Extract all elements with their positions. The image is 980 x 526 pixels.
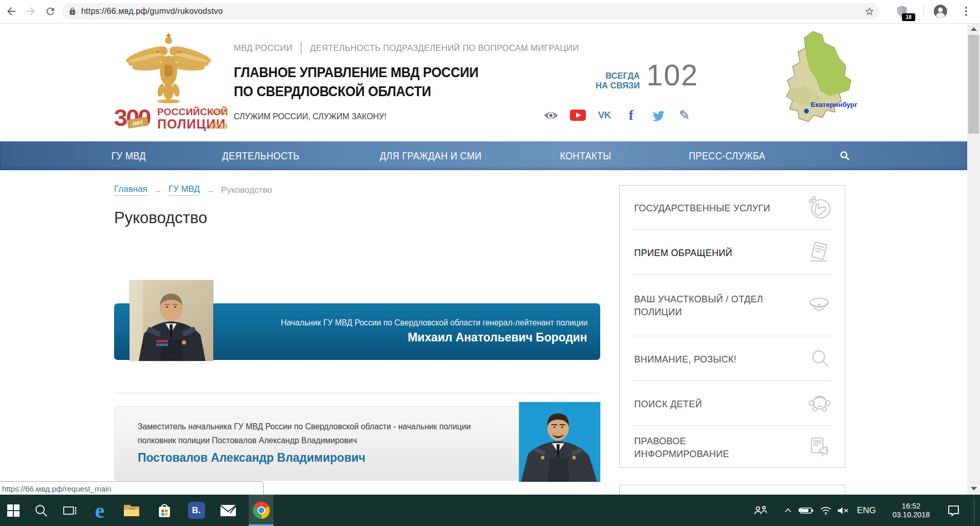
header-top-links: МВД РОССИИ ДЕЯТЕЛЬНОСТЬ ПОДРАЗДЕЛЕНИЙ ПО… bbox=[234, 42, 579, 53]
volume-tray-button[interactable] bbox=[834, 495, 852, 526]
sidebar-item-priem-obrashcheniy[interactable]: ПРИЕМ ОБРАЩЕНИЙ bbox=[620, 230, 845, 275]
back-button[interactable] bbox=[4, 4, 19, 19]
action-center-button[interactable] bbox=[942, 495, 964, 526]
child-face-icon bbox=[807, 392, 833, 415]
nav-item-contacts[interactable]: КОНТАКТЫ bbox=[560, 150, 612, 162]
leader-photo-borodin[interactable] bbox=[130, 280, 213, 361]
leader-position: Начальник ГУ МВД России по Свердловской … bbox=[281, 318, 587, 328]
clock-tray[interactable]: 16:52 03.10.2018 bbox=[883, 495, 939, 526]
page-title: Руководство bbox=[114, 209, 207, 227]
hand-services-icon bbox=[807, 195, 833, 221]
blog-pencil-icon[interactable]: ✎ bbox=[676, 108, 693, 122]
people-icon bbox=[754, 505, 768, 516]
link-mvd-russia[interactable]: МВД РОССИИ bbox=[234, 43, 292, 53]
profile-button[interactable] bbox=[933, 4, 948, 19]
legal-info-icon bbox=[807, 435, 833, 460]
page-scrollbar[interactable] bbox=[967, 23, 980, 495]
hotline-label-line2: НА СВЯЗИ bbox=[576, 81, 640, 90]
scrollbar-thumb[interactable] bbox=[968, 35, 979, 134]
kebab-menu-icon bbox=[965, 7, 967, 16]
taskbar-search-button[interactable] bbox=[29, 495, 53, 526]
breadcrumb: Главная → ГУ МВД → Руководство bbox=[114, 184, 272, 196]
sidebar-item-gosuslugi[interactable]: ГОСУДАРСТВЕННЫЕ УСЛУГИ bbox=[620, 186, 845, 230]
show-desktop-divider[interactable] bbox=[974, 498, 974, 523]
appeal-document-icon bbox=[807, 240, 833, 265]
sidebar-item-label[interactable]: ВНИМАНИЕ, РОЗЫСК! bbox=[634, 352, 781, 365]
reload-button[interactable] bbox=[43, 4, 58, 19]
leader-name[interactable]: Михаил Анатольевич Бородин bbox=[408, 330, 587, 344]
facebook-icon[interactable]: f bbox=[623, 108, 639, 122]
sidebar-item-poisk-detey[interactable]: ПОИСК ДЕТЕЙ bbox=[620, 381, 845, 426]
file-explorer-button[interactable] bbox=[119, 495, 144, 526]
police-300-years-logo: 300 лет РОССИЙСКОЙ ПОЛИЦИИ 1718 2018 bbox=[114, 104, 225, 137]
forward-arrow-icon bbox=[25, 5, 37, 17]
youtube-icon[interactable] bbox=[569, 108, 586, 122]
breadcrumb-current: Руководство bbox=[221, 185, 272, 195]
address-bar[interactable]: https://66.мвд.рф/gumvd/rukovodstvo bbox=[62, 3, 880, 20]
task-view-button[interactable] bbox=[58, 495, 82, 526]
sidebar-item-label[interactable]: ВАШ УЧАСТКОВЫЙ / ОТДЕЛ ПОЛИЦИИ bbox=[634, 293, 781, 318]
store-button[interactable] bbox=[152, 495, 177, 526]
sidebar-item-uchastkovy[interactable]: ВАШ УЧАСТКОВЫЙ / ОТДЕЛ ПОЛИЦИИ bbox=[620, 275, 845, 336]
vk-app-label: B. bbox=[192, 505, 201, 516]
top-links-divider bbox=[301, 42, 302, 53]
sidebar-item-label[interactable]: ГОСУДАРСТВЕННЫЕ УСЛУГИ bbox=[634, 202, 781, 214]
mail-icon bbox=[220, 505, 236, 516]
vk-app-button[interactable]: B. bbox=[184, 495, 209, 526]
sidebar-item-label[interactable]: ПОИСК ДЕТЕЙ bbox=[634, 397, 781, 410]
services-sidebar: ГОСУДАРСТВЕННЫЕ УСЛУГИ ПРИЕМ ОБРАЩЕНИЙ В… bbox=[619, 185, 845, 468]
menu-button[interactable] bbox=[959, 4, 973, 19]
scrollbar-up-arrow[interactable] bbox=[971, 27, 977, 31]
breadcrumb-home[interactable]: Главная bbox=[114, 184, 147, 196]
twitter-icon[interactable] bbox=[650, 108, 666, 122]
wifi-tray-button[interactable] bbox=[817, 495, 835, 526]
tray-expand-button[interactable] bbox=[780, 495, 796, 526]
vk-app-icon: B. bbox=[188, 502, 205, 519]
leader-name[interactable]: Постовалов Александр Владимирович bbox=[138, 450, 365, 465]
start-button[interactable] bbox=[1, 495, 26, 526]
scrollbar-down-arrow[interactable] bbox=[971, 487, 977, 491]
wifi-icon bbox=[820, 506, 832, 515]
battery-tray-button[interactable] bbox=[797, 495, 815, 526]
sidebar-item-pravovoe[interactable]: ПРАВОВОЕ ИНФОРМИРОВАНИЕ bbox=[620, 426, 845, 468]
nav-item-press[interactable]: ПРЕСС-СЛУЖБА bbox=[689, 150, 765, 162]
edge-button[interactable]: e bbox=[87, 495, 112, 526]
sidebar-item-label[interactable]: ПРИЕМ ОБРАЩЕНИЙ bbox=[634, 246, 781, 259]
url-text[interactable]: https://66.мвд.рф/gumvd/rukovodstvo bbox=[81, 7, 223, 16]
browser-toolbar: https://66.мвд.рф/gumvd/rukovodstvo 18 bbox=[0, 0, 980, 24]
sidebar-item-label[interactable]: ПРАВОВОЕ ИНФОРМИРОВАНИЕ bbox=[634, 434, 781, 460]
language-indicator[interactable]: ENG bbox=[854, 495, 879, 526]
nav-search-icon[interactable] bbox=[840, 151, 850, 161]
magnifier-icon bbox=[808, 347, 833, 371]
chrome-button[interactable] bbox=[249, 495, 273, 526]
link-migration[interactable]: ДЕЯТЕЛЬНОСТЬ ПОДРАЗДЕЛЕНИЙ ПО ВОПРОСАМ М… bbox=[310, 43, 579, 53]
main-navigation: ГУ МВД ДЕЯТЕЛЬНОСТЬ ДЛЯ ГРАЖДАН И СМИ КО… bbox=[0, 141, 967, 170]
breadcrumb-gu-mvd[interactable]: ГУ МВД bbox=[169, 184, 200, 196]
reload-icon bbox=[45, 6, 56, 17]
sverdlovsk-region-map[interactable]: Екатеринбург bbox=[771, 27, 867, 128]
taskbar-search-icon bbox=[34, 504, 48, 517]
nav-item-gu-mvd[interactable]: ГУ МВД bbox=[112, 150, 146, 162]
extension-badge: 18 bbox=[902, 13, 915, 21]
sidebar-item-rozysk[interactable]: ВНИМАНИЕ, РОЗЫСК! bbox=[620, 336, 845, 381]
people-tray-button[interactable] bbox=[750, 495, 771, 526]
file-explorer-icon bbox=[123, 504, 140, 517]
notification-icon bbox=[947, 504, 960, 516]
anniversary-year-to: 2018 bbox=[210, 121, 227, 130]
hotline-label: ВСЕГДА НА СВЯЗИ bbox=[576, 71, 640, 90]
visually-impaired-eye-icon[interactable] bbox=[543, 108, 559, 122]
chrome-icon bbox=[253, 502, 270, 519]
mail-button[interactable] bbox=[216, 495, 241, 526]
profile-avatar-icon bbox=[933, 4, 948, 19]
map-city-label: Екатеринбург bbox=[810, 101, 857, 108]
leader-photo-postovalov[interactable] bbox=[519, 402, 600, 482]
nav-item-activity[interactable]: ДЕЯТЕЛЬНОСТЬ bbox=[222, 150, 299, 162]
nav-item-citizens-media[interactable]: ДЛЯ ГРАЖДАН И СМИ bbox=[380, 150, 482, 162]
bookmark-star-icon[interactable] bbox=[864, 6, 875, 16]
https-lock-icon bbox=[68, 7, 77, 15]
social-links: VK f ✎ bbox=[543, 108, 693, 122]
site-header: 300 лет РОССИЙСКОЙ ПОЛИЦИИ 1718 2018 МВД… bbox=[0, 23, 967, 141]
language-label: ENG bbox=[857, 505, 876, 516]
forward-button[interactable] bbox=[24, 4, 38, 19]
vk-icon[interactable]: VK bbox=[596, 108, 613, 122]
